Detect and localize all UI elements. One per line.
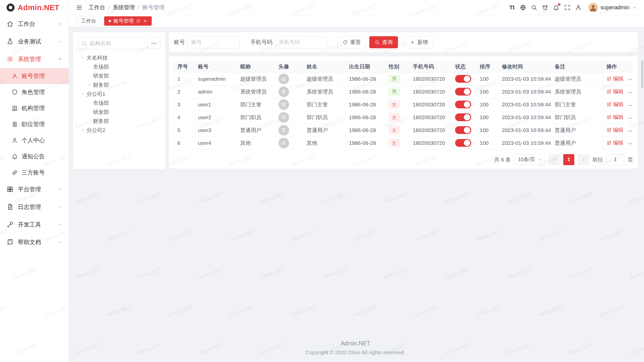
edit-button[interactable]: 编辑 <box>607 139 624 146</box>
reset-button[interactable]: 重置 <box>337 36 366 48</box>
cell-account: user2 <box>194 111 237 124</box>
row-more-button[interactable] <box>628 77 633 82</box>
more-dots-icon <box>628 103 633 108</box>
cell-account: user3 <box>194 124 237 137</box>
sidebar-item-workbench[interactable]: 工作台 <box>0 15 69 33</box>
column-header-remark: 备注 <box>551 61 603 72</box>
notification-button[interactable] <box>551 2 562 13</box>
home-icon <box>7 20 14 27</box>
table-row-2: 3user1部门主管部部门主管1986-06-28女18020030720100… <box>174 98 633 111</box>
row-more-button[interactable] <box>628 116 633 121</box>
page-size-select[interactable]: 10条/页 <box>514 154 545 165</box>
sidebar-item-biz-test[interactable]: 业务测试 <box>0 33 69 50</box>
account-input[interactable] <box>187 36 240 48</box>
tab-refresh-icon[interactable] <box>136 19 140 23</box>
tree-node-4[interactable]: 分公司1 <box>78 89 160 99</box>
scrollbar-thumb[interactable] <box>641 60 643 88</box>
column-header-name: 姓名 <box>303 61 345 72</box>
caret-down-icon[interactable] <box>80 56 85 60</box>
breadcrumb-item-2[interactable]: 账号管理 <box>142 4 165 11</box>
cell-avatar: 部 <box>275 111 303 124</box>
edit-button[interactable]: 编辑 <box>607 88 624 95</box>
row-more-button[interactable] <box>628 128 633 133</box>
page-1-button[interactable]: 1 <box>563 154 574 165</box>
phone-input[interactable] <box>275 36 327 48</box>
tree-node-8[interactable]: 分公司2 <box>78 126 160 135</box>
cell-avatar: 普 <box>275 124 303 137</box>
cell-actions: 编辑 <box>603 111 633 124</box>
chevron-up-icon <box>58 57 63 62</box>
edit-button[interactable]: 编辑 <box>607 75 624 82</box>
status-switch[interactable] <box>455 88 471 96</box>
more-dots-icon <box>628 77 633 82</box>
status-switch[interactable] <box>455 75 471 83</box>
tab-close-icon[interactable] <box>143 19 147 23</box>
tree-node-0[interactable]: 大名科技 <box>78 53 160 62</box>
user-menu[interactable]: superadmin <box>588 3 637 12</box>
status-switch[interactable] <box>455 101 471 108</box>
sidebar-subitem-profile[interactable]: 个人中心 <box>0 132 69 148</box>
column-header-index: 序号 <box>174 61 194 72</box>
edit-button[interactable]: 编辑 <box>607 126 624 133</box>
breadcrumb-item-0[interactable]: 工作台 <box>89 4 105 11</box>
next-page-button[interactable] <box>578 154 589 165</box>
menu-collapse-button[interactable] <box>76 4 83 11</box>
sidebar-item-devtools[interactable]: 开发工具 <box>0 216 69 233</box>
app-logo[interactable]: Admin.NET <box>0 0 69 15</box>
caret-right-icon[interactable] <box>87 83 91 87</box>
status-switch[interactable] <box>455 113 471 121</box>
cell-phone: 18020030720 <box>409 124 452 137</box>
breadcrumb-item-1[interactable]: 系统管理 <box>113 4 135 11</box>
row-more-button[interactable] <box>628 90 633 95</box>
sidebar-item-system[interactable]: 系统管理 <box>0 50 69 68</box>
goto-page-input[interactable] <box>607 154 624 165</box>
row-more-button[interactable] <box>628 103 633 108</box>
caret-down-icon[interactable] <box>80 92 85 96</box>
status-switch[interactable] <box>455 126 471 134</box>
gender-tag: 男 <box>389 87 400 96</box>
locale-button[interactable] <box>517 2 529 13</box>
person-icon <box>12 137 18 144</box>
cell-phone: 18020030720 <box>409 72 452 85</box>
sidebar-item-platform[interactable]: 平台管理 <box>0 180 69 198</box>
sidebar-subitem-role[interactable]: 角色管理 <box>0 84 69 100</box>
tab-0[interactable]: 工作台 <box>76 16 101 26</box>
tree-node-6[interactable]: 研发部 <box>78 108 160 117</box>
theme-button[interactable] <box>540 2 551 13</box>
tree-node-3[interactable]: 财务部 <box>78 80 160 89</box>
sidebar-item-docs[interactable]: 帮助文档 <box>0 233 69 251</box>
table-row-5: 6user4其他其其他1986-06-28女180200307201002023… <box>174 137 633 149</box>
org-more-button[interactable] <box>147 38 160 49</box>
pagination-total: 共 6 条 <box>494 156 511 163</box>
gender-tag: 女 <box>389 139 400 147</box>
sidebar-subitem-account[interactable]: 账号管理 <box>0 68 69 84</box>
org-search-input[interactable] <box>78 37 144 49</box>
sidebar-subitem-position[interactable]: 职位管理 <box>0 116 69 132</box>
sidebar-subitem-third-account[interactable]: 三方账号 <box>0 164 69 180</box>
tree-node-7[interactable]: 财务部 <box>78 117 160 126</box>
sidebar-subitem-org[interactable]: 机构管理 <box>0 100 69 116</box>
sidebar-subitem-notice[interactable]: 通知公告 <box>0 148 69 164</box>
fontsize-button[interactable]: Tt <box>506 2 517 13</box>
tab-1[interactable]: 账号管理 <box>104 16 152 26</box>
tree-node-5[interactable]: 市场部 <box>78 99 160 108</box>
tree-node-2[interactable]: 研发部 <box>78 71 160 80</box>
edit-button[interactable]: 编辑 <box>607 114 624 121</box>
column-header-birthdate: 出生日期 <box>345 61 385 72</box>
cell-phone: 18020030720 <box>409 111 452 124</box>
status-switch[interactable] <box>455 139 471 147</box>
search-button[interactable] <box>529 2 540 13</box>
sidebar-item-log[interactable]: 日志管理 <box>0 198 69 216</box>
fullscreen-button[interactable] <box>562 2 573 13</box>
tab-active-dot <box>109 20 111 22</box>
prev-page-button[interactable] <box>549 154 560 165</box>
row-more-button[interactable] <box>628 141 633 146</box>
caret-right-icon[interactable] <box>80 128 85 132</box>
search-button[interactable]: 查询 <box>369 36 398 48</box>
edit-button[interactable]: 编辑 <box>607 101 624 108</box>
profile-button[interactable] <box>573 2 584 13</box>
tree-node-1[interactable]: 市场部 <box>78 62 160 71</box>
table-row-4: 5user3普通用户普普通用户1986-06-28女18020030720100… <box>174 124 633 137</box>
add-button[interactable]: 新增 <box>405 36 433 48</box>
cell-index: 5 <box>174 124 194 137</box>
